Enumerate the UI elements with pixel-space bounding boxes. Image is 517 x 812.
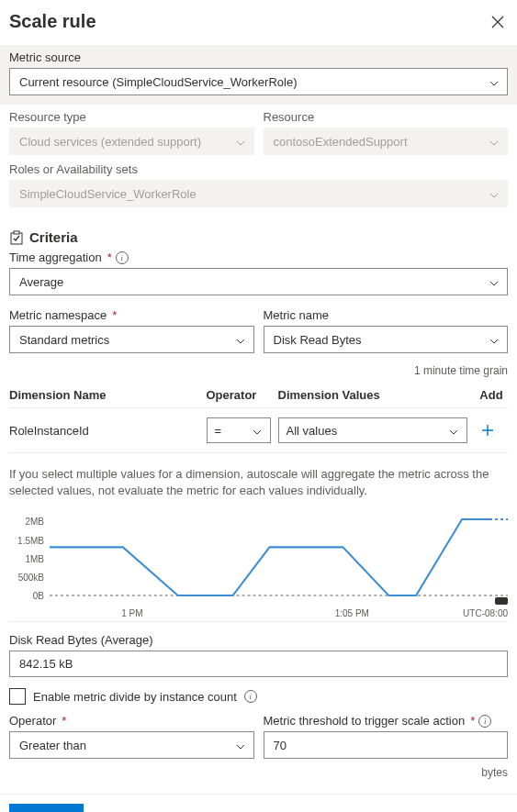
metric-ns-value: Standard metrics [19,333,109,347]
time-agg-value: Average [19,275,63,289]
metric-value-box: 842.15 kB [9,651,508,677]
dimension-operator-select[interactable]: = [207,417,271,443]
dim-head-values: Dimension Values [278,388,468,402]
dimension-note: If you select multiple values for a dime… [0,459,517,512]
dimension-name: RoleInstanceId [9,424,199,438]
metric-source-select[interactable]: Current resource (SimpleCloudService_Wor… [9,68,508,95]
dimension-row: RoleInstanceId = All values [9,408,508,453]
time-agg-select[interactable]: Average [9,268,508,295]
metric-ns-select[interactable]: Standard metrics [9,326,254,353]
resource-type-select: Cloud services (extended support) [9,128,254,155]
resource-value: contosoExtendedSupport [274,135,408,149]
divide-by-instance-checkbox[interactable] [9,688,26,705]
criteria-heading: Criteria [29,229,78,245]
chevron-down-icon [489,277,499,286]
chevron-down-icon [489,137,499,146]
time-grain-text: 1 minute time grain [0,364,517,377]
close-icon[interactable] [491,16,504,28]
chevron-down-icon [489,335,499,344]
metric-name-select[interactable]: Disk Read Bytes [264,326,509,353]
operator-value: Greater than [19,739,86,752]
add-dimension-button[interactable] [475,417,500,443]
resource-select: contosoExtendedSupport [264,128,509,155]
metric-name-value: Disk Read Bytes [274,333,362,347]
dim-head-name: Dimension Name [9,388,199,402]
threshold-input[interactable] [264,731,509,759]
add-button[interactable]: Add [9,804,84,812]
chevron-down-icon [236,740,245,750]
panel-title: Scale rule [9,11,96,32]
metric-chart: 2MB 1.5MB 1MB 500kB 0B 1 PM 1:05 PM UTC-… [9,512,508,622]
metric-name-label: Metric name [264,308,509,322]
resource-type-value: Cloud services (extended support) [19,135,201,149]
svg-rect-1 [14,231,19,234]
metric-source-value: Current resource (SimpleCloudService_Wor… [19,75,297,89]
chart-live-indicator [495,597,508,605]
metric-ns-label: Metric namespace* [9,308,254,322]
criteria-icon [9,230,24,245]
threshold-unit: bytes [0,764,517,779]
resource-label: Resource [264,110,509,124]
chart-x-axis: 1 PM 1:05 PM UTC-08:00 [50,606,508,621]
dim-head-operator: Operator [207,388,271,402]
divider [0,794,517,795]
dimension-values-select[interactable]: All values [278,417,468,443]
metric-source-label: Metric source [9,50,508,64]
resource-type-label: Resource type [9,110,254,124]
info-icon[interactable]: i [478,715,491,728]
dim-head-add: Add [475,388,508,402]
chevron-down-icon [489,189,499,198]
info-icon[interactable]: i [244,690,257,703]
chevron-down-icon [253,426,262,435]
chevron-down-icon [489,77,499,86]
divide-by-instance-label: Enable metric divide by instance count [33,690,237,704]
info-icon[interactable]: i [116,251,129,264]
roles-value: SimpleCloudService_WorkerRole [19,187,197,201]
roles-label: Roles or Availability sets [9,162,508,176]
operator-label: Operator* [9,714,254,728]
operator-select[interactable]: Greater than [9,731,254,759]
chart-y-axis: 2MB 1.5MB 1MB 500kB 0B [9,512,50,605]
time-agg-label: Time aggregation* i [9,250,508,264]
metric-value-label: Disk Read Bytes (Average) [0,628,517,651]
threshold-label: Metric threshold to trigger scale action… [264,714,509,728]
chevron-down-icon [236,137,245,146]
chevron-down-icon [449,426,458,435]
roles-select: SimpleCloudService_WorkerRole [9,180,508,207]
chevron-down-icon [236,335,245,344]
